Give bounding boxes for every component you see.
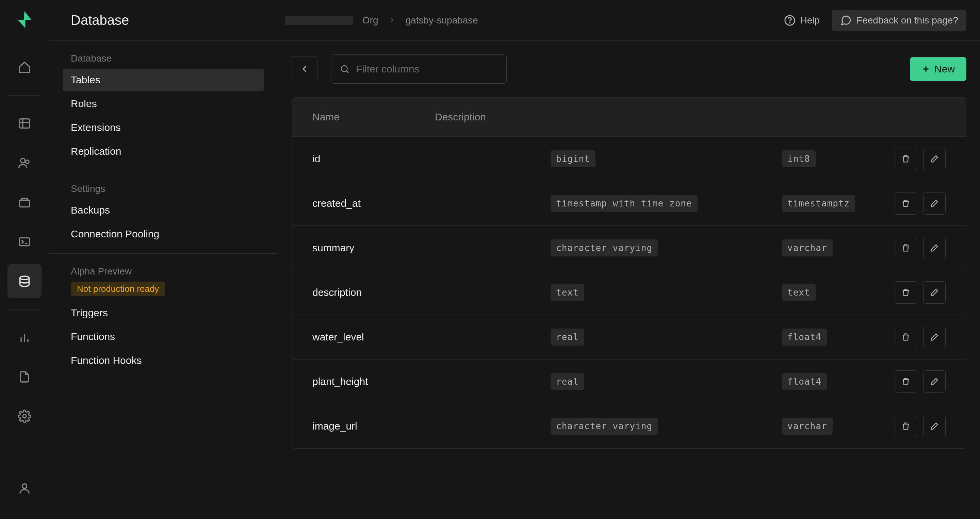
edit-button[interactable] — [923, 326, 946, 348]
column-format: varchar — [782, 417, 894, 435]
column-type: text — [550, 284, 782, 301]
header-description: Description — [435, 111, 946, 123]
breadcrumb: Org gatsby-supabase — [285, 15, 478, 26]
sidebar-item-extensions[interactable]: Extensions — [63, 116, 264, 139]
rail-database-icon[interactable] — [8, 264, 41, 298]
pencil-icon — [930, 332, 939, 342]
pencil-icon — [930, 198, 939, 208]
delete-button[interactable] — [894, 237, 917, 259]
svg-rect-6 — [19, 238, 30, 246]
sidebar-item-roles[interactable]: Roles — [63, 92, 264, 115]
rail-home-icon[interactable] — [8, 50, 41, 84]
svg-point-4 — [25, 160, 29, 163]
content: New Name Description idbigintint8created… — [278, 41, 980, 462]
column-format: varchar — [782, 240, 894, 256]
svg-line-16 — [347, 71, 348, 73]
svg-point-7 — [20, 276, 29, 279]
edit-button[interactable] — [923, 281, 946, 304]
help-icon — [784, 14, 795, 26]
column-format: float4 — [782, 373, 894, 390]
table-row: idbigintint8 — [292, 137, 966, 181]
feedback-label: Feedback on this page? — [856, 15, 958, 26]
search-box[interactable] — [331, 54, 507, 84]
rail-sql-icon[interactable] — [8, 225, 41, 259]
help-button[interactable]: Help — [776, 10, 828, 31]
delete-button[interactable] — [894, 415, 917, 437]
plus-icon — [921, 65, 930, 73]
column-name: id — [312, 153, 550, 165]
column-type: character varying — [550, 417, 782, 435]
delete-button[interactable] — [894, 370, 917, 393]
column-type: real — [550, 329, 782, 346]
column-name: water_level — [312, 331, 550, 343]
logo[interactable] — [14, 10, 35, 30]
chevron-right-icon — [388, 16, 396, 24]
svg-rect-0 — [19, 119, 30, 128]
column-name: plant_height — [312, 376, 550, 387]
column-type: character varying — [550, 240, 782, 256]
svg-point-3 — [21, 159, 25, 163]
alpha-badge: Not production ready — [71, 282, 165, 296]
sidebar-item-function-hooks[interactable]: Function Hooks — [63, 349, 264, 372]
search-icon — [340, 64, 350, 74]
delete-button[interactable] — [894, 281, 917, 304]
trash-icon — [901, 421, 911, 431]
trash-icon — [901, 154, 911, 163]
sidebar-item-backups[interactable]: Backups — [63, 199, 264, 221]
edit-button[interactable] — [923, 415, 946, 437]
delete-button[interactable] — [894, 148, 917, 170]
rail-user-icon[interactable] — [8, 471, 41, 505]
column-format: timestamptz — [782, 195, 894, 212]
table-row: summarycharacter varyingvarchar — [292, 226, 966, 270]
sidebar: Database Database Tables Roles Extension… — [49, 0, 278, 519]
back-button[interactable] — [292, 56, 318, 82]
delete-button[interactable] — [894, 192, 917, 214]
trash-icon — [901, 243, 911, 253]
column-name: image_url — [312, 421, 550, 432]
svg-point-11 — [23, 414, 26, 418]
trash-icon — [901, 198, 911, 208]
new-button[interactable]: New — [910, 57, 966, 81]
table-row: image_urlcharacter varyingvarchar — [292, 404, 966, 448]
header-name: Name — [312, 111, 435, 123]
svg-rect-5 — [19, 200, 30, 207]
new-label: New — [934, 63, 955, 75]
breadcrumb-org[interactable]: Org — [363, 15, 379, 26]
sidebar-item-functions[interactable]: Functions — [63, 325, 264, 348]
edit-button[interactable] — [923, 148, 946, 170]
sidebar-item-replication[interactable]: Replication — [63, 140, 264, 163]
rail-settings-icon[interactable] — [8, 399, 41, 433]
trash-icon — [901, 332, 911, 342]
rail-reports-icon[interactable] — [8, 321, 41, 354]
breadcrumb-org-skeleton — [285, 16, 353, 25]
column-type: bigint — [550, 150, 782, 167]
rail-api-icon[interactable] — [8, 360, 41, 394]
svg-point-15 — [341, 66, 347, 72]
sidebar-item-triggers[interactable]: Triggers — [63, 302, 264, 324]
table-row: created_attimestamp with time zonetimest… — [292, 181, 966, 226]
column-type: timestamp with time zone — [550, 195, 782, 212]
column-name: description — [312, 287, 550, 298]
pencil-icon — [930, 377, 939, 386]
edit-button[interactable] — [923, 192, 946, 214]
rail-storage-icon[interactable] — [8, 186, 41, 219]
rail-auth-icon[interactable] — [8, 146, 41, 180]
search-input[interactable] — [356, 63, 498, 75]
column-name: created_at — [312, 198, 550, 209]
feedback-button[interactable]: Feedback on this page? — [832, 10, 966, 31]
pencil-icon — [930, 243, 939, 253]
edit-button[interactable] — [923, 237, 946, 259]
column-format: float4 — [782, 329, 894, 346]
sidebar-item-tables[interactable]: Tables — [63, 69, 264, 91]
rail-table-icon[interactable] — [8, 106, 41, 140]
pencil-icon — [930, 154, 939, 163]
trash-icon — [901, 377, 911, 386]
column-name: summary — [312, 242, 550, 254]
delete-button[interactable] — [894, 326, 917, 348]
column-format: text — [782, 284, 894, 301]
edit-button[interactable] — [923, 370, 946, 393]
sidebar-section-settings: Settings — [63, 183, 264, 194]
sidebar-item-connection-pooling[interactable]: Connection Pooling — [63, 223, 264, 245]
svg-point-14 — [789, 22, 790, 23]
breadcrumb-project[interactable]: gatsby-supabase — [406, 15, 478, 26]
